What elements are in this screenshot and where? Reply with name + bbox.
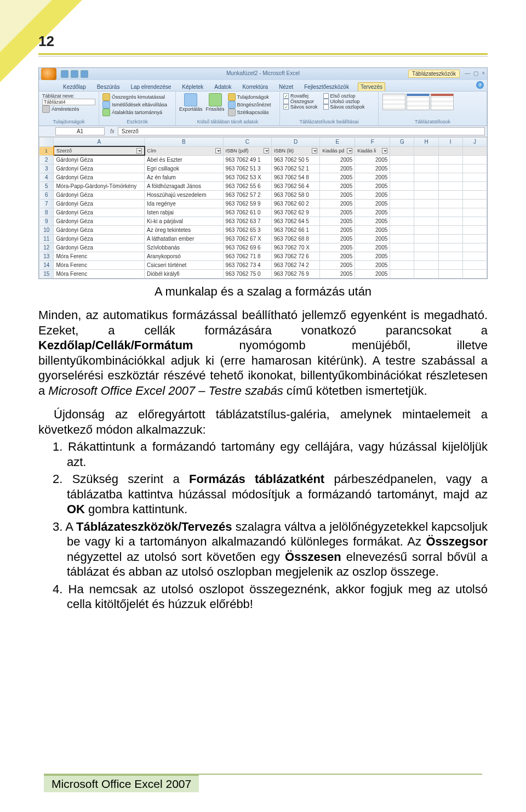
cell[interactable] — [414, 261, 438, 270]
cell[interactable]: 2005 — [320, 164, 355, 173]
cell[interactable]: Gárdonyi Géza — [54, 155, 145, 164]
cell[interactable]: 2005 — [320, 243, 355, 252]
cell[interactable]: 2005 — [320, 191, 355, 200]
cell[interactable] — [438, 261, 462, 270]
cell[interactable] — [390, 226, 414, 235]
cell[interactable]: 2005 — [320, 261, 355, 270]
cell[interactable]: 963 7062 52 1 — [271, 164, 319, 173]
cell[interactable]: Szívlobbanás — [145, 243, 224, 252]
cell[interactable]: 963 7062 66 1 — [271, 226, 319, 235]
cell[interactable]: 963 7062 55 6 — [223, 182, 271, 191]
cell[interactable]: 963 7062 61 0 — [223, 208, 271, 217]
cell[interactable]: Móra-Papp-Gárdonyi-Tömörkény — [54, 182, 145, 191]
col-header[interactable]: H — [414, 138, 438, 147]
cell[interactable]: Cím — [145, 146, 224, 155]
cell[interactable] — [390, 173, 414, 182]
cell[interactable] — [462, 208, 487, 217]
checkbox-header-row[interactable]: ✓ — [283, 93, 289, 99]
cell[interactable]: 2005 — [320, 226, 355, 235]
cell[interactable] — [414, 146, 438, 155]
col-header[interactable]: I — [438, 138, 462, 147]
cell[interactable]: Gárdonyi Géza — [54, 235, 145, 243]
cell[interactable]: 963 7062 51 3 — [223, 164, 271, 173]
checkbox-banded-cols[interactable] — [323, 104, 329, 110]
name-box[interactable]: A1 — [55, 127, 105, 135]
cell[interactable]: Kiadás li — [355, 146, 390, 155]
row-header[interactable]: 14 — [39, 261, 54, 270]
cell[interactable] — [462, 270, 487, 279]
cell[interactable]: 963 7062 49 1 — [223, 155, 271, 164]
cell[interactable]: 963 7062 65 3 — [223, 226, 271, 235]
cell[interactable] — [438, 182, 462, 191]
cell[interactable]: 963 7062 58 0 — [271, 191, 319, 200]
cell[interactable] — [462, 164, 487, 173]
cell[interactable]: 963 7062 62 9 — [271, 208, 319, 217]
cell[interactable] — [390, 146, 414, 155]
refresh-button[interactable]: Frissítés — [206, 106, 225, 112]
cell[interactable]: 963 7062 53 X — [223, 173, 271, 182]
cell[interactable]: 963 7062 70 X — [271, 243, 319, 252]
cell[interactable] — [438, 155, 462, 164]
cell[interactable] — [438, 191, 462, 200]
cell[interactable]: 963 7062 60 2 — [271, 200, 319, 208]
cell[interactable] — [414, 270, 438, 279]
col-header[interactable]: F — [355, 138, 390, 147]
col-header[interactable]: A — [54, 138, 145, 147]
cell[interactable] — [438, 226, 462, 235]
cell[interactable] — [462, 146, 487, 155]
tab-design[interactable]: Tervezés — [358, 82, 385, 91]
checkbox-first-col[interactable] — [323, 93, 329, 99]
cell[interactable] — [414, 164, 438, 173]
cell[interactable]: 963 7062 74 2 — [271, 261, 319, 270]
cell[interactable]: 2005 — [355, 217, 390, 226]
cell[interactable] — [414, 226, 438, 235]
cell[interactable] — [462, 155, 487, 164]
cell[interactable] — [462, 226, 487, 235]
cell[interactable] — [390, 235, 414, 243]
tab-view[interactable]: Nézet — [277, 83, 295, 91]
cell[interactable]: 963 7062 71 8 — [223, 252, 271, 261]
cell[interactable]: Ida regénye — [145, 200, 224, 208]
cell[interactable]: 963 7062 54 8 — [271, 173, 319, 182]
cell[interactable]: Gárdonyi Géza — [54, 200, 145, 208]
cell[interactable]: Az öreg tekintetes — [145, 226, 224, 235]
cell[interactable]: 963 7062 76 9 — [271, 270, 319, 279]
checkbox-banded-rows[interactable]: ✓ — [283, 104, 289, 110]
row-header[interactable]: 15 — [39, 270, 54, 279]
cell[interactable]: 963 7062 59 9 — [223, 200, 271, 208]
table-style-thumb[interactable] — [431, 94, 454, 110]
cell[interactable]: 2005 — [320, 173, 355, 182]
cell[interactable] — [390, 155, 414, 164]
cell[interactable]: 963 7062 68 8 — [271, 235, 319, 243]
cell[interactable] — [438, 243, 462, 252]
cell[interactable] — [390, 243, 414, 252]
cell[interactable] — [414, 217, 438, 226]
cell[interactable] — [390, 208, 414, 217]
cell[interactable]: 2005 — [355, 226, 390, 235]
cell[interactable]: 2005 — [355, 182, 390, 191]
tab-formulas[interactable]: Képletek — [180, 83, 205, 91]
cell[interactable] — [438, 252, 462, 261]
close-icon[interactable]: × — [482, 70, 485, 76]
cell[interactable]: 963 7062 56 4 — [271, 182, 319, 191]
cell[interactable]: Kiadás pd — [320, 146, 355, 155]
row-header[interactable]: 9 — [39, 217, 54, 226]
table-name-input[interactable]: Táblázat4 — [42, 99, 95, 105]
cell[interactable] — [462, 217, 487, 226]
cell[interactable]: Isten rabjai — [145, 208, 224, 217]
fx-icon[interactable]: fx — [110, 128, 115, 134]
cell[interactable]: ISBN (pdf) — [223, 146, 271, 155]
spreadsheet-grid[interactable]: A B C D E F G H I J 1SzerzőCímISBN (pdf)… — [39, 137, 487, 279]
cell[interactable] — [462, 200, 487, 208]
tab-insert[interactable]: Beszúrás — [95, 83, 122, 91]
maximize-icon[interactable]: ▢ — [473, 70, 478, 76]
row-header[interactable]: 6 — [39, 191, 54, 200]
cell[interactable] — [462, 235, 487, 243]
cell[interactable] — [390, 191, 414, 200]
cell[interactable] — [414, 173, 438, 182]
row-header[interactable]: 5 — [39, 182, 54, 191]
col-header[interactable]: D — [271, 138, 319, 147]
cell[interactable]: 2005 — [355, 261, 390, 270]
cell[interactable]: Egri csillagok — [145, 164, 224, 173]
cell[interactable] — [390, 200, 414, 208]
